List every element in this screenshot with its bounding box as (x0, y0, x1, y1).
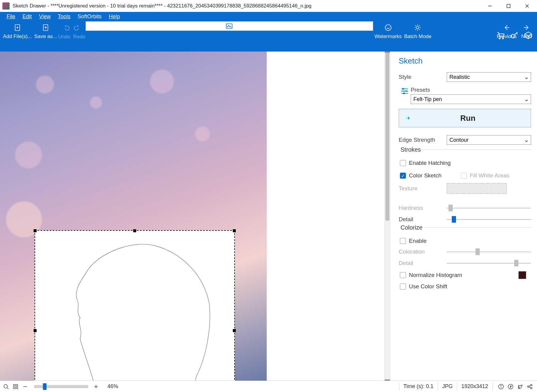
watermark-icon (384, 23, 392, 32)
zoom-actual-icon[interactable] (2, 382, 10, 391)
cart-icon[interactable] (496, 31, 505, 41)
status-dimensions: 1920x3412 (461, 383, 488, 390)
selection-rect[interactable] (34, 230, 235, 381)
svg-point-31 (501, 385, 501, 386)
strokes-title: Strokes (399, 146, 423, 153)
undo-button[interactable] (62, 23, 72, 33)
colorize-detail-slider[interactable] (447, 260, 531, 266)
svg-rect-25 (15, 386, 16, 388)
menu-softorbits[interactable]: SoftOrbits (74, 12, 105, 21)
gear-icon (414, 23, 422, 32)
menubar: File Edit View Tools SoftOrbits Help (0, 12, 537, 21)
window-title: Sketch Drawer - ****Unregistered version… (11, 3, 481, 9)
chevron-down-icon (525, 97, 528, 101)
handle-w[interactable] (34, 329, 37, 332)
use-color-shift-checkbox[interactable]: Use Color Shift (400, 283, 531, 290)
status-time: Time (s): 0.1 (404, 383, 434, 390)
menu-file[interactable]: File (3, 12, 19, 21)
texture-select[interactable] (447, 183, 507, 194)
twitter-icon[interactable] (516, 382, 524, 391)
zoom-in-icon[interactable] (92, 382, 100, 391)
zoom-fit-icon[interactable] (11, 382, 20, 391)
close-button[interactable] (518, 0, 536, 12)
canvas-area[interactable] (0, 52, 390, 381)
svg-line-36 (529, 385, 531, 386)
status-bar: 46% Time (s): 0.1 JPG 1920x3412 (0, 381, 537, 392)
strokes-group: Strokes Enable Hatching Color Sketch Fil… (399, 150, 531, 223)
svg-point-9 (385, 25, 391, 31)
enable-colorize-checkbox[interactable]: Enable (400, 238, 531, 244)
svg-line-23 (7, 388, 8, 389)
zoom-out-icon[interactable] (21, 382, 29, 391)
undo-redo-label: Undo Redo (58, 33, 86, 40)
titlebar: Sketch Drawer - ****Unregistered version… (0, 0, 537, 12)
svg-rect-21 (403, 93, 405, 94)
edge-strength-label: Edge Strength (399, 137, 447, 143)
normalize-histogram-checkbox[interactable]: Normalize Histogram (400, 271, 531, 279)
edge-strength-select[interactable]: Contour (447, 135, 531, 145)
svg-point-22 (4, 385, 8, 388)
coloration-label: Coloration (399, 248, 447, 255)
zoom-slider[interactable] (34, 385, 88, 388)
colorize-title: Colorize (399, 224, 424, 231)
watermarks-button[interactable]: Watermarks (373, 21, 403, 48)
package-icon[interactable] (524, 31, 533, 41)
share-icon[interactable] (526, 382, 534, 391)
coloration-slider[interactable] (447, 248, 531, 255)
batch-mode-button[interactable]: Batch Mode (403, 21, 433, 48)
save-icon (42, 23, 50, 32)
menu-edit[interactable]: Edit (19, 12, 35, 21)
save-as-button[interactable]: Save as... (33, 21, 58, 48)
run-arrow-icon (399, 115, 417, 121)
handle-e[interactable] (233, 329, 236, 332)
scrollbar-thumb[interactable] (386, 53, 389, 221)
detail-label: Detail (399, 216, 447, 223)
toolbar: Add File(s)... Save as... Undo Redo Sket… (0, 21, 537, 52)
handle-ne[interactable] (233, 229, 236, 232)
enable-hatching-checkbox[interactable]: Enable Hatching (400, 160, 531, 166)
hardness-slider[interactable] (447, 205, 531, 211)
menu-view[interactable]: View (35, 12, 54, 21)
texture-label: Texture (399, 185, 447, 192)
app-icon (2, 2, 10, 10)
svg-rect-19 (403, 88, 404, 90)
chevron-down-icon (525, 138, 528, 142)
vertical-scrollbar[interactable] (385, 53, 390, 379)
color-sketch-checkbox[interactable]: Color Sketch (400, 172, 442, 179)
svg-point-13 (499, 38, 500, 39)
redo-button[interactable] (72, 23, 82, 33)
canvas-blank-area (267, 52, 385, 381)
svg-point-14 (502, 38, 504, 39)
panel-heading: Sketch (399, 56, 531, 66)
handle-nw[interactable] (34, 229, 37, 232)
handle-n[interactable] (133, 229, 136, 232)
colorize-detail-label: Detail (399, 260, 447, 266)
maximize-button[interactable] (499, 0, 518, 12)
fill-white-areas-checkbox[interactable]: Fill White Areas (461, 172, 509, 179)
presets-icon[interactable] (399, 87, 411, 96)
info-icon[interactable] (497, 382, 505, 391)
sketch-icon (225, 22, 233, 30)
sketch-button[interactable]: Sketch (86, 21, 373, 31)
sketch-preview (35, 231, 236, 381)
run-button[interactable]: Run (399, 109, 531, 127)
status-format: JPG (442, 383, 453, 390)
sketch-panel: Sketch Style Realistic Presets Felt-Tip … (390, 52, 537, 381)
zoom-percent: 46% (107, 383, 118, 390)
hardness-label: Hardness (399, 205, 447, 211)
svg-rect-20 (406, 91, 407, 92)
presets-select[interactable]: Felt-Tip pen (411, 94, 531, 104)
style-select[interactable]: Realistic (447, 72, 531, 82)
minimize-button[interactable] (481, 0, 499, 12)
menu-help[interactable]: Help (105, 12, 124, 21)
svg-line-37 (529, 387, 531, 388)
chevron-down-icon (525, 75, 528, 79)
add-file-icon (14, 23, 21, 32)
detail-slider[interactable] (447, 216, 531, 223)
presets-label: Presets (411, 87, 531, 93)
color-swatch[interactable] (518, 271, 526, 279)
key-icon[interactable] (510, 31, 519, 41)
facebook-icon[interactable] (506, 382, 515, 391)
add-files-button[interactable]: Add File(s)... (2, 21, 33, 48)
menu-tools[interactable]: Tools (54, 12, 74, 21)
